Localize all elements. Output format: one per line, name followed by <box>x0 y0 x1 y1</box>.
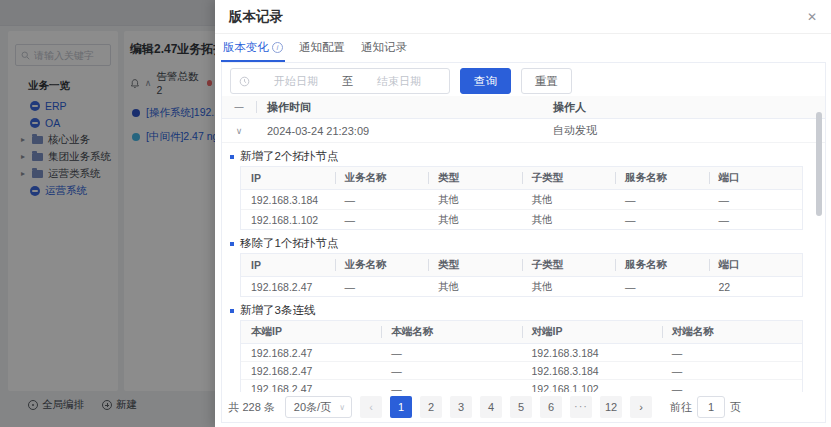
cell-local-ip: 192.168.2.47 <box>241 344 381 362</box>
cell-ip: 192.168.2.47 <box>241 277 335 297</box>
goto-page-control: 前往 页 <box>670 396 741 418</box>
collapse-all-icon[interactable]: — <box>222 102 256 112</box>
cell-local-name: — <box>381 344 521 362</box>
date-range-picker[interactable]: 开始日期 至 结束日期 <box>230 68 450 94</box>
next-page-button[interactable]: › <box>630 396 652 418</box>
tab-notify-config[interactable]: 通知配置 <box>297 40 347 62</box>
cell-peer-name: — <box>662 344 802 362</box>
page-button-12[interactable]: 12 <box>600 396 622 418</box>
cell-port: — <box>709 190 803 210</box>
cell-type: 其他 <box>428 190 522 210</box>
page-button-5[interactable]: 5 <box>510 396 532 418</box>
cell-port: 22 <box>709 277 803 297</box>
section-added-nodes: 新增了2个拓扑节点 <box>230 149 825 164</box>
tab-notify-record[interactable]: 通知记录 <box>359 40 409 62</box>
table-row: 192.168.2.47 — 192.168.3.184 — <box>241 344 802 362</box>
col-type: 类型 <box>428 254 522 277</box>
start-date-placeholder[interactable]: 开始日期 <box>254 74 338 89</box>
table-header-row: IP 业务名称 类型 子类型 服务名称 端口 <box>241 167 802 190</box>
header-divider <box>256 101 257 113</box>
added-nodes-table: IP 业务名称 类型 子类型 服务名称 端口 192.168.3.184 — 其… <box>240 166 803 230</box>
table-header-row: 本端IP 本端名称 对端IP 对端名称 <box>241 321 802 344</box>
prev-page-button[interactable]: ‹ <box>360 396 382 418</box>
table-row: 192.168.2.47 — 其他 其他 — 22 <box>241 277 802 297</box>
page-size-select[interactable]: 20条/页 ∨ <box>285 396 352 418</box>
version-change-panel: 开始日期 至 结束日期 查询 重置 — 操作时间 操作人 ∨ 2024-03-2… <box>221 62 826 423</box>
version-record-drawer: 版本记录 ✕ 版本变化 i 通知配置 通知记录 开始日期 至 结束日期 <box>215 0 831 427</box>
cell-ip: 192.168.3.184 <box>241 190 335 210</box>
col-port: 端口 <box>709 167 803 190</box>
col-service-name: 服务名称 <box>615 254 709 277</box>
query-button[interactable]: 查询 <box>460 68 511 94</box>
pagination-bar: 共 228 条 20条/页 ∨ ‹ 1 2 3 4 5 6 ··· 12 › 前… <box>222 392 825 422</box>
page-button-6[interactable]: 6 <box>540 396 562 418</box>
goto-page-input[interactable] <box>697 396 725 418</box>
table-row: 192.168.1.102 — 其他 其他 — — <box>241 210 802 230</box>
bullet-icon <box>230 242 234 246</box>
drawer-title: 版本记录 <box>229 8 283 26</box>
col-port: 端口 <box>709 254 803 277</box>
col-ip: IP <box>241 167 335 190</box>
close-icon[interactable]: ✕ <box>807 10 817 24</box>
cell-local-name: — <box>381 362 521 380</box>
col-subtype: 子类型 <box>522 167 616 190</box>
reset-button[interactable]: 重置 <box>521 68 572 94</box>
info-icon[interactable]: i <box>272 42 283 53</box>
cell-service-name: — <box>615 190 709 210</box>
range-separator: 至 <box>342 74 353 89</box>
section-label: 新增了3条连线 <box>240 303 315 318</box>
col-peer-ip: 对端IP <box>522 321 662 344</box>
page-button-4[interactable]: 4 <box>480 396 502 418</box>
cell-type: 其他 <box>428 210 522 230</box>
removed-nodes-table: IP 业务名称 类型 子类型 服务名称 端口 192.168.2.47 — 其他… <box>240 253 803 297</box>
bullet-icon <box>230 155 234 159</box>
col-operation-time: 操作时间 <box>267 100 553 115</box>
cell-local-ip: 192.168.2.47 <box>241 362 381 380</box>
section-removed-nodes: 移除了1个拓扑节点 <box>230 236 825 251</box>
goto-label: 前往 <box>670 400 692 415</box>
bullet-icon <box>230 309 234 313</box>
cell-peer-name: — <box>662 362 802 380</box>
date-filter-bar: 开始日期 至 结束日期 查询 重置 <box>230 68 817 94</box>
page-ellipsis-icon[interactable]: ··· <box>570 396 592 418</box>
cell-business-name: — <box>335 190 429 210</box>
app-root: 业务一览 ERP OA ▸ 核心业务 ▸ 集团业务系统 ▸ <box>0 0 831 427</box>
tab-label: 通知配置 <box>299 40 345 55</box>
tab-label: 通知记录 <box>361 40 407 55</box>
end-date-placeholder[interactable]: 结束日期 <box>357 74 441 89</box>
section-added-links: 新增了3条连线 <box>230 303 825 318</box>
page-button-1[interactable]: 1 <box>390 396 412 418</box>
drawer-header: 版本记录 ✕ <box>215 0 831 34</box>
cell-business-name: — <box>335 277 429 297</box>
page-size-value: 20条/页 <box>294 400 331 415</box>
tab-version-change[interactable]: 版本变化 i <box>221 40 285 62</box>
page-button-3[interactable]: 3 <box>450 396 472 418</box>
col-peer-name: 对端名称 <box>662 321 802 344</box>
clock-icon <box>239 76 250 87</box>
total-count: 共 228 条 <box>228 400 274 415</box>
cell-subtype: 其他 <box>522 190 616 210</box>
cell-business-name: — <box>335 210 429 230</box>
cell-ip: 192.168.1.102 <box>241 210 335 230</box>
modal-scrollbar[interactable] <box>816 112 822 216</box>
record-time: 2024-03-24 21:23:09 <box>267 125 553 137</box>
section-label: 新增了2个拓扑节点 <box>240 149 338 164</box>
tab-label: 版本变化 <box>223 40 269 55</box>
col-business-name: 业务名称 <box>335 167 429 190</box>
table-row: 192.168.3.184 — 其他 其他 — — <box>241 190 802 210</box>
records-table-header: — 操作时间 操作人 <box>222 96 825 119</box>
record-row[interactable]: ∨ 2024-03-24 21:23:09 自动发现 <box>222 119 825 143</box>
col-local-ip: 本端IP <box>241 321 381 344</box>
cell-type: 其他 <box>428 277 522 297</box>
page-button-2[interactable]: 2 <box>420 396 442 418</box>
col-subtype: 子类型 <box>522 254 616 277</box>
col-operator: 操作人 <box>553 100 825 115</box>
cell-peer-ip: 192.168.3.184 <box>522 362 662 380</box>
cell-subtype: 其他 <box>522 210 616 230</box>
table-header-row: IP 业务名称 类型 子类型 服务名称 端口 <box>241 254 802 277</box>
cell-subtype: 其他 <box>522 277 616 297</box>
cell-service-name: — <box>615 277 709 297</box>
added-links-table: 本端IP 本端名称 对端IP 对端名称 192.168.2.47 — 192.1… <box>240 320 803 398</box>
row-expand-caret-icon[interactable]: ∨ <box>222 126 256 136</box>
goto-unit-label: 页 <box>730 400 741 415</box>
